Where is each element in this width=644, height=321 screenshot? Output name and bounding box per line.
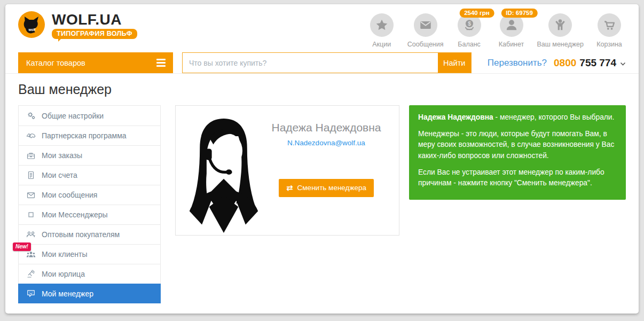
balance-badge: 2540 грн [459,9,494,18]
sidebar-item-invoices[interactable]: Мои счета [19,165,160,185]
logo-subtitle: ТИПОГРАФИЯ ВОЛЬФ [52,29,137,39]
search-button[interactable]: Найти [438,53,471,73]
wolf-logo-icon: wolf [18,11,45,40]
chevron-down-icon [620,57,626,69]
svg-text:wolf: wolf [28,28,36,32]
nav-item-cart[interactable]: Корзина [593,13,626,48]
envelope-icon [414,13,437,37]
main-panel: wolf WOLF.UA ТИПОГРАФИЯ ВОЛЬФ Акции Сооб… [5,4,639,314]
manager-info-box: Надежа Надеждовна - менеджер, которого В… [409,105,626,200]
clients-icon [26,250,36,258]
star-icon [370,13,394,37]
toolbar: Каталог товаров Найти Перезвонить? 0800 … [5,51,639,74]
cart-icon [598,13,621,37]
svg-text:$: $ [468,21,471,27]
manager-card: Надежа Надеждовна N.Nadezdovna@wolf.ua ⇄… [175,105,399,236]
nav-item-balance[interactable]: 2540 грн $ Баланс [453,13,486,48]
search-box: Найти [182,52,472,73]
account-nav: Акции Сообщения 2540 грн $ Баланс ID: 69… [365,11,626,48]
wholesale-icon [26,231,36,238]
manager-name: Надежа Надеждовна [271,121,381,134]
manager-email-link[interactable]: N.Nadezdovna@wolf.ua [287,139,365,147]
sidebar-item-orders[interactable]: Мои заказы [19,145,160,165]
sidebar-item-legal-entities[interactable]: Мои юрлица [19,264,160,284]
callback-link[interactable]: Перезвонить? [488,58,547,68]
chat-smile-icon [26,289,36,297]
invoice-icon [26,171,36,179]
logo-title: WOLF.UA [52,12,137,27]
info-paragraph-3: Если Вас не устраивает этот менеджер по … [418,167,617,189]
page-title: Ваш менеджер [5,74,639,104]
info-paragraph-2: Менеджеры - это люди, которые будут помо… [418,129,617,162]
catalog-button[interactable]: Каталог товаров [18,52,173,73]
account-sidebar: Общие настройки Партнерская программа Мо… [18,105,161,303]
sidebar-item-wholesale[interactable]: Оптовым покупателям [19,224,160,244]
new-badge: New! [13,242,31,251]
sidebar-item-my-manager[interactable]: Мой менеджер [18,284,161,303]
site-header: wolf WOLF.UA ТИПОГРАФИЯ ВОЛЬФ Акции Сооб… [5,4,639,51]
nav-item-manager[interactable]: Ваш менеджер [537,13,584,48]
envelope-icon [26,192,36,199]
gavel-icon [26,270,36,278]
sidebar-item-clients[interactable]: New! Мои клиенты [19,244,160,264]
manager-avatar [183,118,263,235]
sidebar-item-partner-program[interactable]: Партнерская программа [19,126,160,145]
sidebar-item-messages[interactable]: Мои сообщения [19,185,160,205]
nav-item-promos[interactable]: Акции [365,13,398,48]
phone-number[interactable]: 0800 755 774 [554,57,626,69]
id-badge: ID: 69759 [501,9,538,18]
sidebar-item-messengers[interactable]: Мои Мессенджеры [19,205,160,224]
gears-icon [26,111,36,120]
info-paragraph-1: Надежа Надеждовна - менеджер, которого В… [418,112,617,123]
briefcase-icon [26,152,36,160]
hamburger-icon [156,59,166,67]
swap-icon: ⇄ [286,184,293,192]
content: Общие настройки Партнерская программа Мо… [5,104,639,303]
phone-block: Перезвонить? 0800 755 774 [488,52,626,73]
manager-icon [548,13,572,37]
search-input[interactable] [183,53,438,73]
handshake-icon [26,132,36,140]
nav-item-messages[interactable]: Сообщения [407,13,444,48]
sidebar-item-settings[interactable]: Общие настройки [19,106,160,126]
messenger-icon [26,212,36,218]
nav-item-cabinet[interactable]: ID: 69759 Кабинет [495,13,528,48]
change-manager-button[interactable]: ⇄ Сменить менеджера [279,179,374,197]
site-logo[interactable]: wolf WOLF.UA ТИПОГРАФИЯ ВОЛЬФ [18,11,137,40]
